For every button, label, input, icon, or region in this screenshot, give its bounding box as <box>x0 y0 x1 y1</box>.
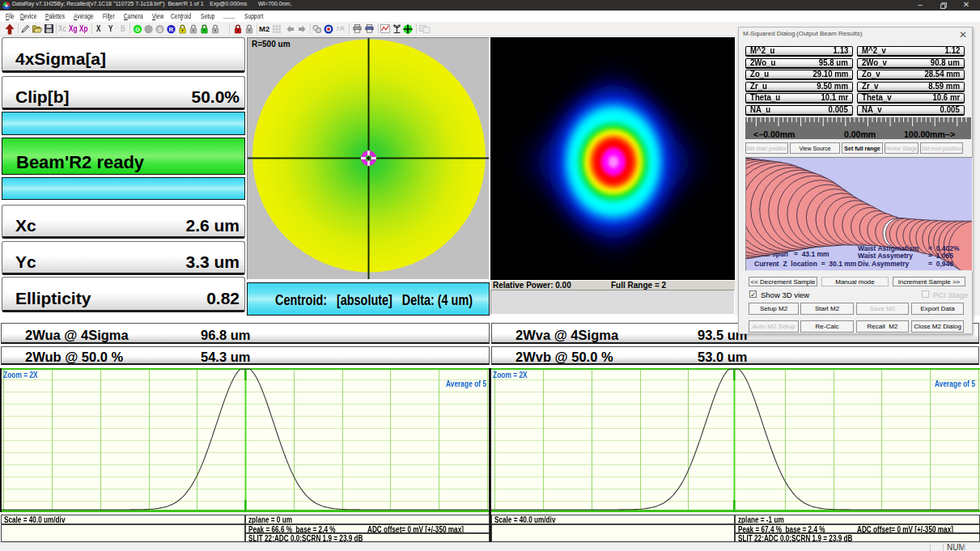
svg-text:S: S <box>158 26 162 33</box>
svg-text:= 1,065: = 1,065 <box>928 252 953 260</box>
svg-text:= 0,946: = 0,946 <box>928 260 953 268</box>
svg-text:Current Z location = 30.1: Current Z location = 30.1 mm <box>754 260 857 268</box>
svg-text:G: G <box>135 26 140 33</box>
svg-text:Div. Asymmetry: Div. Asymmetry <box>858 260 910 268</box>
svg-text:R: R <box>169 26 174 33</box>
svg-text:R=500 um: R=500 um <box>252 40 291 49</box>
svg-text:Waist Assymetry: Waist Assymetry <box>858 252 913 260</box>
